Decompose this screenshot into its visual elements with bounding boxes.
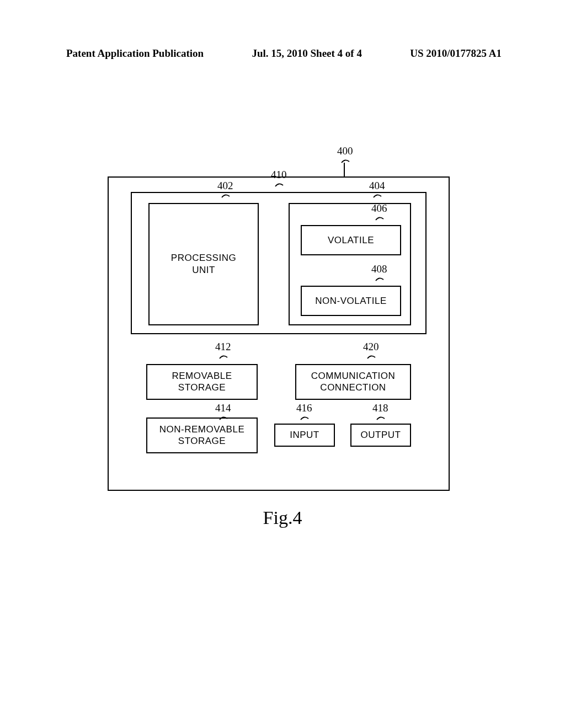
- removable-storage-label: REMOVABLE STORAGE: [172, 371, 232, 393]
- diagram-container: 400 410 402 PROCESSING UNIT 404 406 VOLA…: [108, 149, 450, 491]
- ref-label-402: 402: [217, 180, 233, 192]
- ref-tick-icon: [340, 157, 350, 164]
- ref-label-410: 410: [271, 169, 287, 181]
- page-header: Patent Application Publication Jul. 15, …: [0, 47, 565, 60]
- ref-tick-icon: [372, 192, 382, 199]
- ref-label-412: 412: [215, 341, 231, 353]
- ref-label-420: 420: [363, 341, 379, 353]
- nonvolatile-block: NON-VOLATILE: [301, 286, 401, 316]
- ref-label-408: 408: [371, 263, 387, 275]
- ref-label-400: 400: [337, 145, 353, 157]
- output-label: OUTPUT: [361, 430, 401, 441]
- processing-unit-block: PROCESSING UNIT: [148, 203, 259, 325]
- header-patent-number: US 2010/0177825 A1: [410, 47, 502, 60]
- ref-tick-icon: [218, 353, 228, 360]
- ref-tick-icon: [375, 215, 385, 221]
- processing-unit-label: PROCESSING UNIT: [171, 252, 236, 276]
- volatile-block: VOLATILE: [301, 225, 401, 255]
- ref-label-404: 404: [369, 180, 385, 192]
- nonvolatile-label: NON-VOLATILE: [315, 296, 386, 307]
- ref-label-416: 416: [296, 402, 312, 414]
- communication-connection-block: COMMUNICATION CONNECTION: [295, 364, 411, 400]
- output-block: OUTPUT: [350, 424, 411, 447]
- ref-label-418: 418: [372, 402, 388, 414]
- input-label: INPUT: [290, 430, 319, 441]
- ref-leader-icon: [344, 163, 345, 177]
- figure-caption: Fig.4: [0, 507, 565, 528]
- header-date-sheet: Jul. 15, 2010 Sheet 4 of 4: [252, 47, 362, 60]
- upper-inner-box: 402 PROCESSING UNIT 404 406 VOLATILE 408…: [131, 192, 427, 334]
- ref-tick-icon: [366, 353, 376, 360]
- communication-connection-label: COMMUNICATION CONNECTION: [311, 371, 396, 393]
- ref-label-406: 406: [371, 202, 387, 215]
- ref-tick-icon: [376, 414, 386, 421]
- memory-group-box: 406 VOLATILE 408 NON-VOLATILE: [289, 203, 411, 325]
- header-publication: Patent Application Publication: [66, 47, 204, 60]
- removable-storage-block: REMOVABLE STORAGE: [146, 364, 258, 400]
- nonremovable-storage-label: NON-REMOVABLE STORAGE: [159, 424, 245, 447]
- volatile-label: VOLATILE: [328, 235, 374, 246]
- ref-tick-icon: [274, 181, 284, 188]
- ref-tick-icon: [300, 414, 310, 421]
- ref-tick-icon: [221, 192, 231, 199]
- nonremovable-storage-block: NON-REMOVABLE STORAGE: [146, 417, 258, 453]
- input-block: INPUT: [274, 424, 335, 447]
- ref-tick-icon: [375, 275, 385, 282]
- ref-label-414: 414: [215, 402, 231, 414]
